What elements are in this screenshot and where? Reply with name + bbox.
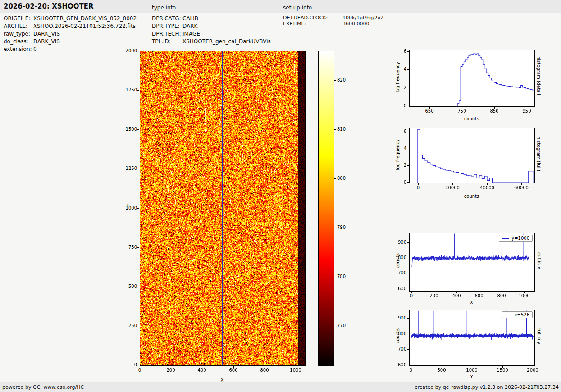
x-tick-label: 750 [453, 109, 471, 114]
x-tick-mark [202, 366, 202, 368]
y-tick-mark [137, 365, 139, 365]
qc-report-page: 2026-02-20: XSHOOTER type info set-up in… [0, 0, 561, 392]
meta-row-arcfile: ARCFILE: XSHOO.2026-02-21T01:52:36.722.f… [4, 23, 150, 30]
y-tick-mark [407, 88, 409, 88]
y-tick-mark [137, 129, 139, 130]
y-tick-mark [137, 287, 139, 287]
y-tick-mark [407, 289, 409, 289]
y-tick-mark [407, 318, 409, 319]
y-tick-mark [407, 258, 409, 258]
legend-label: x=526 [515, 312, 529, 317]
histogram-full-canvas [410, 128, 534, 183]
y-tick-label: 2000 [119, 48, 137, 54]
x-tick-label: 0 [409, 185, 427, 191]
cut-in-y-plot: x=526 [409, 310, 535, 366]
setup-info-heading: set-up info [283, 5, 312, 11]
meta-label: DPR.TYPE: [152, 23, 182, 30]
meta-value: DARK [182, 23, 197, 30]
y-tick-label: 250 [119, 323, 137, 328]
y-tick-label: 1250 [119, 166, 137, 171]
colorbar-tick-label: 770 [337, 323, 346, 328]
x-tick-label: 60000 [512, 185, 530, 191]
colorbar [318, 51, 334, 366]
page-title: 2026-02-20: XSHOOTER [4, 2, 94, 10]
x-tick-label: 400 [193, 368, 211, 373]
cut-in-x-legend: y=1000 [499, 235, 533, 242]
y-tick-label: 700 [388, 346, 406, 352]
colorbar-tick-mark [334, 228, 336, 228]
meta-value: DARK_VIS [33, 38, 60, 46]
histogram-detail-x-label: counts [409, 116, 534, 121]
colorbar-tick-label: 800 [337, 176, 346, 181]
x-tick-mark [429, 107, 430, 109]
meta-label: DET.READ.CLOCK: [283, 15, 342, 21]
meta-row-doclass: do_class: DARK_VIS [4, 38, 150, 46]
meta-row-readclock: DET.READ.CLOCK: 100k/1pt/hg/2x2 [283, 15, 418, 21]
x-tick-label: 2000 [524, 368, 542, 373]
meta-row-origfile: ORIGFILE: XSHOOTER_GEN_DARK_VIS_052_0002 [4, 15, 150, 23]
colorbar-tick-label: 820 [337, 77, 346, 83]
y-tick-mark [407, 349, 409, 350]
histogram-detail-right-label: histogram (detail) [536, 56, 541, 97]
y-tick-label: 0 [119, 362, 137, 368]
y-tick-label: 500 [119, 284, 137, 289]
x-tick-mark [411, 366, 411, 368]
meta-row-dprtech: DPR.TECH: IMAGE [152, 30, 285, 38]
x-tick-label: 200 [425, 293, 443, 299]
y-tick-label: 0 [388, 103, 406, 109]
cut-in-y-canvas [410, 310, 534, 365]
y-tick-mark [407, 106, 409, 106]
colorbar-canvas [319, 51, 334, 365]
meta-label: ORIGFILE: [4, 15, 33, 23]
x-tick-label: 0 [131, 368, 149, 373]
y-tick-label: 1750 [119, 87, 137, 93]
meta-value: 100k/1pt/hg/2x2 [342, 15, 383, 21]
colorbar-tick-mark [334, 129, 336, 130]
cut-in-x-right-label: cut in x [537, 252, 542, 269]
x-tick-mark [494, 107, 495, 109]
meta-row-rawtype: raw_type: DARK_VIS [4, 30, 150, 38]
x-tick-mark [533, 366, 533, 368]
meta-value: 3600.0000 [342, 21, 369, 27]
y-tick-label: 800 [388, 255, 406, 260]
legend-label: y=1000 [511, 236, 529, 241]
x-tick-label: 1000 [515, 293, 533, 299]
x-tick-mark [442, 366, 442, 368]
y-tick-mark [407, 334, 409, 334]
y-tick-mark [137, 51, 139, 51]
colorbar-tick-mark [334, 178, 336, 179]
x-tick-mark [521, 183, 522, 185]
legend-line-sample [502, 238, 509, 239]
file-metadata-block: ORIGFILE: XSHOOTER_GEN_DARK_VIS_052_0002… [4, 15, 150, 53]
y-tick-mark [407, 165, 409, 166]
y-tick-mark [407, 242, 409, 243]
cut-in-y-x-label: Y [409, 374, 534, 379]
meta-value: 0 [33, 46, 37, 53]
y-tick-label: 800 [388, 331, 406, 337]
x-tick-label: 0 [402, 368, 420, 373]
detector-image-plot [140, 51, 306, 366]
meta-row-exptime: EXPTIME: 3600.0000 [283, 21, 418, 27]
x-tick-label: 500 [433, 368, 451, 373]
x-tick-label: 950 [518, 109, 536, 114]
y-tick-label: 700 [388, 270, 406, 276]
y-tick-label: 600 [388, 362, 406, 368]
meta-label: TPL.ID: [152, 38, 182, 46]
meta-row-dprcatg: DPR.CATG: CALIB [152, 15, 285, 23]
detector-image-canvas [140, 51, 305, 365]
x-tick-mark [233, 366, 234, 368]
type-info-heading: type info [152, 5, 176, 11]
y-tick-mark [137, 208, 139, 209]
y-tick-mark [407, 182, 409, 183]
meta-value: CALIB [182, 15, 198, 23]
meta-value: IMAGE [182, 30, 200, 38]
meta-label: extension: [4, 46, 33, 53]
x-tick-mark [462, 107, 462, 109]
y-tick-label: 1000 [119, 205, 137, 211]
histogram-full-right-label: histogram (full) [536, 137, 541, 171]
x-tick-mark [140, 366, 140, 368]
header-bar: 2026-02-20: XSHOOTER type info set-up in… [0, 0, 561, 13]
colorbar-tick-mark [334, 326, 336, 326]
histogram-detail-canvas [410, 50, 534, 106]
y-tick-label: 2 [388, 85, 406, 91]
